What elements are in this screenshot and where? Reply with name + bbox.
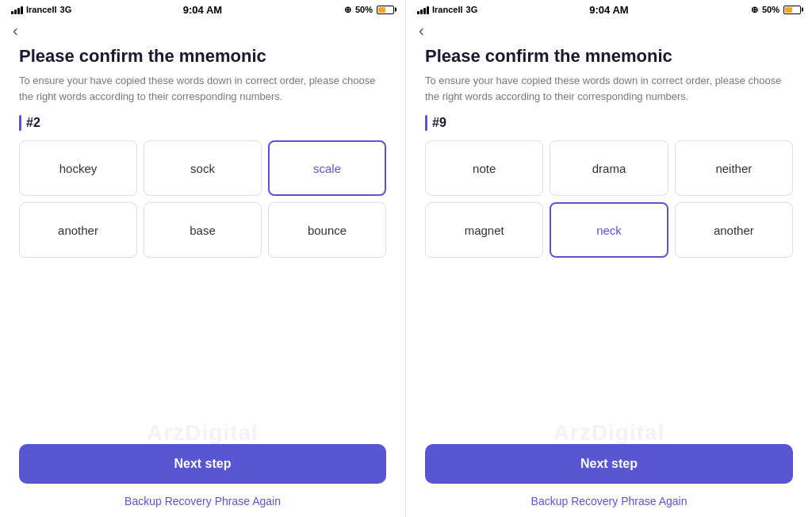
word-cell-another[interactable]: another (19, 202, 137, 258)
word-grid: note drama neither magnet ne (425, 140, 793, 258)
status-left: Irancell 3G (417, 5, 477, 14)
backup-link[interactable]: Backup Recovery Phrase Again (425, 495, 793, 507)
word-number: #9 (425, 115, 793, 131)
number-accent (19, 115, 21, 131)
word-label: another (714, 224, 754, 237)
network-label: 3G (466, 5, 478, 14)
signal-icon (417, 5, 429, 14)
word-label: neither (715, 162, 752, 175)
number-accent (425, 115, 427, 131)
main-content: Please confirm the mnemonic To ensure yo… (0, 43, 405, 517)
time-label: 9:04 AM (589, 4, 628, 16)
next-step-button[interactable]: Next step (19, 444, 386, 484)
status-left: Irancell 3G (11, 5, 71, 14)
word-label: base (190, 224, 216, 237)
gps-icon: ⊕ (344, 5, 351, 15)
battery-percent: 50% (355, 5, 373, 14)
page-description: To ensure your have copied these words d… (19, 73, 386, 104)
signal-icon (11, 5, 23, 14)
nav-bar: ‹ (406, 19, 812, 43)
word-cell-drama[interactable]: drama (550, 140, 668, 196)
status-right: ⊕ 50% (751, 5, 801, 15)
word-cell-magnet[interactable]: magnet (425, 202, 543, 258)
nav-bar: ‹ (0, 19, 405, 43)
gps-icon: ⊕ (751, 5, 758, 15)
network-label: 3G (60, 5, 72, 14)
battery-percent: 50% (762, 5, 779, 14)
word-label: sock (190, 162, 215, 175)
word-cell-sock[interactable]: sock (144, 140, 262, 196)
number-value: #2 (26, 116, 40, 130)
word-label: drama (592, 162, 626, 175)
status-right: ⊕ 50% (344, 5, 394, 15)
panel-right: Irancell 3G 9:04 AM ⊕ 50% ‹ Please confi… (406, 0, 812, 517)
panel-left: Irancell 3G 9:04 AM ⊕ 50% ‹ Please confi… (0, 0, 406, 517)
word-cell-bounce[interactable]: bounce (268, 202, 386, 258)
word-label: scale (313, 162, 341, 175)
word-grid: hockey sock scale another ba (19, 140, 386, 258)
next-step-button[interactable]: Next step (425, 444, 793, 484)
word-number: #2 (19, 115, 386, 131)
number-value: #9 (432, 116, 446, 130)
word-label: hockey (59, 162, 98, 175)
status-bar: Irancell 3G 9:04 AM ⊕ 50% (406, 0, 812, 19)
word-cell-neck[interactable]: neck (550, 202, 668, 258)
word-label: note (473, 162, 496, 175)
word-cell-scale[interactable]: scale (268, 140, 386, 196)
word-cell-neither[interactable]: neither (675, 140, 793, 196)
word-cell-another[interactable]: another (675, 202, 793, 258)
word-label: another (58, 224, 98, 237)
page-description: To ensure your have copied these words d… (425, 73, 793, 104)
word-label: magnet (465, 224, 504, 237)
page-title: Please confirm the mnemonic (19, 46, 386, 67)
word-label: bounce (308, 224, 347, 237)
carrier-label: Irancell (432, 5, 463, 14)
battery-icon (783, 6, 801, 14)
word-cell-note[interactable]: note (425, 140, 543, 196)
time-label: 9:04 AM (183, 4, 222, 16)
back-button[interactable]: ‹ (419, 22, 424, 38)
status-bar: Irancell 3G 9:04 AM ⊕ 50% (0, 0, 405, 19)
word-cell-hockey[interactable]: hockey (19, 140, 137, 196)
back-button[interactable]: ‹ (13, 22, 18, 38)
word-cell-base[interactable]: base (144, 202, 262, 258)
backup-link[interactable]: Backup Recovery Phrase Again (19, 495, 386, 507)
word-label: neck (596, 224, 622, 237)
battery-icon (377, 6, 394, 14)
main-content: Please confirm the mnemonic To ensure yo… (406, 43, 812, 517)
page-title: Please confirm the mnemonic (425, 46, 793, 67)
carrier-label: Irancell (26, 5, 57, 14)
